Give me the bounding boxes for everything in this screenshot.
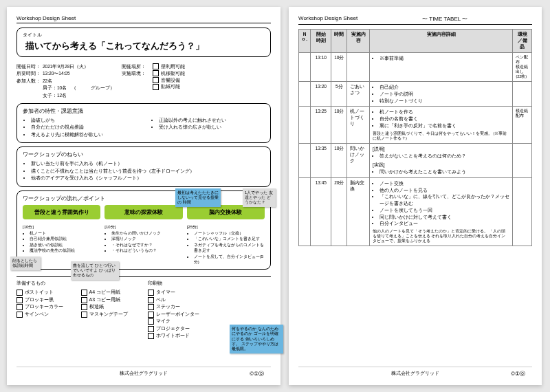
workshop-title: 描いてから考える「これってなんだろう？」 xyxy=(25,40,265,52)
table-row: 13:205分ごあいさつ自己紹介ノート学の説明特別なノートづくり xyxy=(299,82,532,107)
prep-checkbox: ポストイット xyxy=(16,289,76,296)
table-cell xyxy=(299,82,311,107)
table-header: 環境／備品 xyxy=(513,30,532,53)
flow-detail: ・それはどういうもの？ xyxy=(111,248,182,253)
table-row: 13:3510分問いかけノック[説明]答えがないことを考えるのは何のため？[実践… xyxy=(299,143,532,177)
meta-block: 開催日時：2021年9月28日（火） 所要時間：13:20〜14:05 参加人数… xyxy=(16,63,271,99)
page-footer: 株式会社グラグリッド ©①⓪ xyxy=(16,367,271,377)
table-cell: 問いかけノック xyxy=(347,143,369,177)
prep-checkbox: ステッカー xyxy=(148,303,271,311)
flow-box: ワークショップの流れ／ポイント 普段と違う雰囲気作り意味の探索体験脳内交換体験 … xyxy=(16,190,271,270)
time-value: 13:20〜14:05 xyxy=(43,71,70,76)
table-cell-detail: ノート交換他の人のノートを見る「これいいな」に、線を引いて、どこが良かったか？メ… xyxy=(369,177,512,246)
count-value: 22名 xyxy=(43,78,52,83)
list-item: 論破しがち xyxy=(31,117,137,124)
table-cell: 模造紙配布 xyxy=(513,107,532,144)
prep-heading: 準備するもの xyxy=(16,281,140,287)
table-header: 開始時刻 xyxy=(311,30,331,53)
page-header: Workshop Design Sheet 〜 TIME TABEL 〜 xyxy=(298,15,532,25)
env-checkbox: 音響設備 xyxy=(153,77,185,84)
env-checklist: 壁利用可能机移動可能音響設備貼紙可能 xyxy=(153,63,185,99)
sec1-list-a: 論破しがち自分だただけの視点推論考えるより先に模範解答が欲しい xyxy=(23,117,137,139)
table-cell: 5分 xyxy=(331,82,347,107)
prep-checkbox: タイマー xyxy=(148,289,271,296)
title-label: タイトル xyxy=(23,32,265,39)
prep-checkbox: ベル xyxy=(148,296,271,304)
time-label: 所要時間： xyxy=(16,70,43,77)
list-item: 自分だただけの視点推論 xyxy=(31,124,137,131)
table-cell: 脳内交換 xyxy=(347,177,369,246)
list-item: 受け入れる懐の広さが欲しい xyxy=(159,124,265,131)
flow-detail: ・それはなぜですか？ xyxy=(111,242,182,248)
flow-detail: 描き使いの似顔絵 xyxy=(30,242,100,248)
print-heading: 印刷物 xyxy=(148,281,271,287)
table-cell: 10分 xyxy=(331,107,347,144)
sticky-note: 1人でやった 友達とやった どうかなた？ xyxy=(243,188,276,207)
prep-checkbox: プロッキーカラー xyxy=(16,303,76,311)
list-item: 考えるより先に模範解答が欲しい xyxy=(31,131,137,139)
table-cell xyxy=(513,82,532,107)
table-header: 時間 xyxy=(331,30,347,53)
sticky-note: 曲を流して ひとつ行いでいいですよ ひっぱり出せるもの xyxy=(71,261,119,280)
sticky-note: 最初は考えたたたきに しないって見せる授業の 時間 xyxy=(175,188,221,207)
company-name: 株式会社グラグリッド xyxy=(391,371,439,375)
flow-detail: 魔法学校の先生の似顔絵 xyxy=(30,248,100,253)
table-cell: 10分 xyxy=(331,143,347,177)
table-cell xyxy=(299,107,311,144)
table-cell-detail: ※事前準備 xyxy=(369,53,512,82)
list-item: 他者のアイデアを受け入れる（シャッフルノート） xyxy=(31,175,265,182)
prep-checkbox: マイク xyxy=(148,318,271,325)
sheet-label: Workshop Design Sheet xyxy=(298,15,358,23)
list-item: 描くことに不慣れなことは当たり前という前提を持つ（左手ドローイング） xyxy=(31,168,265,175)
flow-detail: 自己紹介兼用似顔絵 xyxy=(30,236,100,241)
prep-checkbox: プロッキー黒 xyxy=(16,296,76,304)
design-sheet-page: Workshop Design Sheet タイトル 描いてから考える「これって… xyxy=(7,7,280,385)
flow-detail: ネガティブを考えながらのコメントを書き足す xyxy=(194,242,265,254)
table-cell: ペン配布 模造紙出し (22枚) xyxy=(513,53,532,82)
table-cell: 13:20 xyxy=(311,82,331,107)
table-cell: 13:45 xyxy=(311,177,331,246)
flow-detail: 「これいいな」コメントを書き足す xyxy=(194,236,265,241)
table-row: 13:4520分脳内交換ノート交換他の人のノートを見る「これいいな」に、線を引い… xyxy=(299,177,532,246)
list-item: 新しい当たり前を手に入れる（机ノート） xyxy=(31,160,265,168)
table-cell xyxy=(299,177,311,246)
cc-icon: ©①⓪ xyxy=(511,370,525,378)
prep-checkbox: 模造紙 xyxy=(81,303,140,311)
flow-step: 普段と違う雰囲気作り xyxy=(23,205,100,219)
env-checkbox: 貼紙可能 xyxy=(153,83,185,90)
date-label: 開催日時： xyxy=(16,63,43,70)
flow-detail: ノートを戻して、自分インタビュー(5分) xyxy=(194,254,265,265)
sticky-note: 何をやるのか なんのためにやるのか ゴールを明確にする 例いろいろしめす。 ステ… xyxy=(230,325,283,353)
table-cell-detail: [説明]答えがないことを考えるのは何のため？[実践]問いかけから考えたことを書い… xyxy=(369,143,512,177)
table-cell: 10分 xyxy=(331,53,347,82)
aims-box: ワークショップのねらい 新しい当たり前を手に入れる（机ノート）描くことに不慣れな… xyxy=(16,146,271,187)
page-footer: 株式会社グラグリッド ©①⓪ xyxy=(298,367,532,377)
env-checkbox: 机移動可能 xyxy=(153,70,185,77)
table-cell xyxy=(299,143,311,177)
table-cell: 13:35 xyxy=(311,143,331,177)
table-header: N o . xyxy=(299,30,311,53)
table-cell: 机ノートづくり xyxy=(347,107,369,144)
timetable-label: 〜 TIME TABEL 〜 xyxy=(358,15,532,23)
table-cell xyxy=(347,53,369,82)
table-cell: 20分 xyxy=(331,177,347,246)
count-label: 参加人数： xyxy=(16,78,43,85)
flow-detail: 先生からの問いかけノック xyxy=(111,230,182,236)
list-item: 正論以外の考えに触れさせたい xyxy=(159,117,265,124)
table-header: 実施内容 xyxy=(347,30,369,53)
prep-checkbox: サインペン xyxy=(16,311,76,318)
date-value: 2021年9月28日（火） xyxy=(43,64,89,69)
flow-steps: 普段と違う雰囲気作り意味の探索体験脳内交換体験 xyxy=(23,205,265,219)
table-cell-detail: 机ノートを作る自分の名前を書く裏に「利き手の反対」で名前を書く普段と違う雰囲気づ… xyxy=(369,107,512,144)
timetable: N o .開始時刻時間実施内容実施内容詳細環境／備品 13:1010分※事前準備… xyxy=(298,29,532,246)
count-male: 男子：10名 （ グループ） xyxy=(43,85,115,90)
sec3-heading: ワークショップの流れ／ポイント xyxy=(23,195,265,202)
table-row: 13:2510分机ノートづくり机ノートを作る自分の名前を書く裏に「利き手の反対」… xyxy=(299,107,532,144)
sec1-heading: 参加者の特性・課題意識 xyxy=(23,108,265,115)
prep-checkbox: レーザーポインター xyxy=(148,311,271,318)
table-cell: ごあいさつ xyxy=(347,82,369,107)
table-cell: 13:10 xyxy=(311,53,331,82)
env-label: 実施環境： xyxy=(122,70,146,77)
env-checkbox: 壁利用可能 xyxy=(153,63,185,70)
prep-checkbox: マスキングテープ xyxy=(81,311,140,318)
